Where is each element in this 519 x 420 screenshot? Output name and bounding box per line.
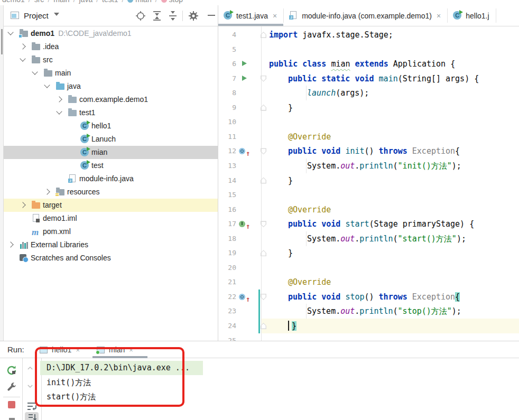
tree-item-scratches-and-consoles[interactable]: Scratches and Consoles: [4, 251, 218, 265]
chevron-down-icon[interactable]: [7, 29, 13, 35]
chevron-down-icon[interactable]: [44, 82, 50, 88]
close-icon[interactable]: ×: [76, 346, 80, 354]
run-gutter-icon[interactable]: [242, 76, 247, 81]
breadcrumb-item-main[interactable]: main: [53, 0, 69, 4]
change-marker-bar[interactable]: [258, 290, 260, 333]
tree-item-src[interactable]: src: [4, 53, 218, 67]
settings-gear-icon[interactable]: [188, 10, 199, 22]
tree-item-pom-xml[interactable]: mpom.xml: [4, 225, 218, 238]
tree-item-com-example-demo1[interactable]: com.example.demo1: [4, 93, 218, 106]
code-line-5: 5: [218, 42, 519, 57]
line-number: 21: [218, 275, 236, 290]
run-gutter-icon[interactable]: [242, 61, 247, 66]
chevron-down-icon[interactable]: [20, 55, 25, 61]
stripe-scroll-thumb[interactable]: [1, 29, 3, 54]
fold-marker-icon[interactable]: [261, 250, 266, 256]
scroll-down-icon[interactable]: [26, 382, 38, 394]
class-icon: C: [453, 11, 462, 20]
tree-item-demo1-iml[interactable]: demo1.iml: [4, 212, 218, 225]
tree-item-external-libraries[interactable]: External Libraries: [4, 238, 218, 251]
breadcrumb-item-mian[interactable]: mian: [135, 0, 151, 4]
rerun-icon[interactable]: [6, 365, 17, 376]
console-output-line: init()方法: [47, 376, 91, 389]
editor-tab-module-info-java-com-example-demo1[interactable]: Jmodule-info.java (com.example.demo1)×: [284, 5, 447, 26]
close-icon[interactable]: ×: [273, 12, 277, 20]
tree-item-mian[interactable]: Cmian: [4, 146, 218, 159]
fold-marker-icon[interactable]: [261, 148, 266, 154]
chevron-right-icon[interactable]: [44, 189, 50, 194]
code-editor[interactable]: 4import javafx.stage.Stage;56public clas…: [218, 26, 519, 341]
line-number: 22: [218, 290, 236, 304]
tree-item-main[interactable]: main: [4, 67, 218, 80]
fold-marker-icon[interactable]: [261, 105, 266, 111]
console-command-line[interactable]: D:\JDK_17.0.2\bin\java.exe ...: [47, 361, 190, 375]
close-icon[interactable]: ×: [129, 346, 133, 354]
breadcrumb-item-demo1[interactable]: demo1: [2, 0, 25, 4]
implements-method-icon[interactable]: ↑: [239, 220, 252, 228]
breadcrumb-item-stop[interactable]: stop: [169, 0, 183, 4]
overrides-method-icon[interactable]: ↑: [239, 293, 252, 301]
scroll-to-end-icon[interactable]: [27, 413, 39, 420]
file-iml-icon: [32, 214, 41, 223]
breadcrumb-item-java[interactable]: java: [79, 0, 93, 4]
header-separator: [182, 11, 183, 21]
indent-guide: [306, 304, 307, 319]
console-output-line: start()方法: [47, 390, 96, 404]
code-line-7: 7public static void main(String[] args) …: [218, 71, 519, 86]
chevron-right-icon[interactable]: [56, 96, 62, 102]
chevron-down-icon[interactable]: [32, 69, 38, 74]
running-dot-icon: [96, 350, 100, 354]
tree-item-hello1[interactable]: Chello1: [4, 119, 218, 133]
breadcrumb-item-test1[interactable]: test1: [102, 0, 118, 4]
settings-wrench-icon[interactable]: [6, 381, 17, 393]
partial-toolbar-icon[interactable]: [9, 418, 15, 420]
fold-marker-icon[interactable]: [261, 76, 266, 82]
indent-guide: [306, 231, 307, 246]
soft-wrap-icon[interactable]: [26, 400, 38, 412]
run-tab-mian[interactable]: mian×: [97, 343, 133, 357]
tree-item-module-info-java[interactable]: Jmodule-info.java: [4, 172, 218, 185]
code-line-15: 15: [218, 188, 519, 202]
tree-item-idea[interactable]: .idea: [4, 40, 218, 53]
chevron-right-icon[interactable]: [20, 43, 25, 49]
fold-marker-icon[interactable]: [261, 32, 266, 38]
fold-marker-icon[interactable]: [261, 178, 266, 184]
scroll-up-icon[interactable]: [26, 365, 38, 376]
tree-item-label: main: [55, 67, 71, 80]
run-tab-hello1[interactable]: hello1×: [40, 343, 80, 357]
chevron-down-icon[interactable]: [56, 108, 62, 114]
tree-item-lanuch[interactable]: CLanuch: [4, 133, 218, 146]
tree-item-test1[interactable]: test1: [4, 106, 218, 119]
fold-marker-icon[interactable]: [261, 294, 266, 300]
code-line-20: 20: [218, 260, 519, 275]
breadcrumb-separator: /: [118, 0, 127, 4]
fold-marker-icon[interactable]: [261, 323, 266, 329]
chevron-right-icon[interactable]: [20, 202, 25, 208]
chevron-right-icon[interactable]: [7, 241, 13, 247]
tree-item-resources[interactable]: resources: [4, 185, 218, 199]
editor-tab-test1-java[interactable]: Ctest1.java×: [218, 5, 283, 26]
tree-item-target[interactable]: target: [4, 199, 218, 212]
class-dot-icon: [127, 0, 133, 3]
method-dot-icon: [161, 0, 167, 3]
overrides-method-icon[interactable]: ↑: [239, 147, 252, 155]
breadcrumb-item-src[interactable]: src: [34, 0, 44, 4]
editor-tab-hello1-j[interactable]: Chello1.j: [448, 5, 495, 26]
active-run-tab-underline: [92, 356, 147, 358]
tree-item-demo1[interactable]: demo1D:\CODE_java\demo1: [4, 27, 218, 40]
chevron-down-icon[interactable]: [54, 13, 59, 16]
project-panel-header: Project: [4, 5, 218, 26]
locate-icon[interactable]: [135, 10, 146, 22]
tree-item-test[interactable]: Ctest: [4, 159, 218, 172]
collapse-all-icon[interactable]: [167, 10, 179, 22]
tree-item-java[interactable]: java: [4, 80, 218, 93]
tree-item-label: demo1.iml: [43, 212, 77, 225]
close-icon[interactable]: ×: [437, 12, 441, 20]
code-line-9: 9}: [218, 100, 519, 115]
code-line-19: 19}: [218, 246, 519, 260]
stop-icon[interactable]: [8, 401, 15, 408]
expand-all-icon[interactable]: [151, 10, 163, 22]
hide-panel-icon[interactable]: [207, 12, 218, 23]
folder-pkg-icon: [68, 108, 77, 117]
fold-marker-icon[interactable]: [261, 221, 266, 227]
